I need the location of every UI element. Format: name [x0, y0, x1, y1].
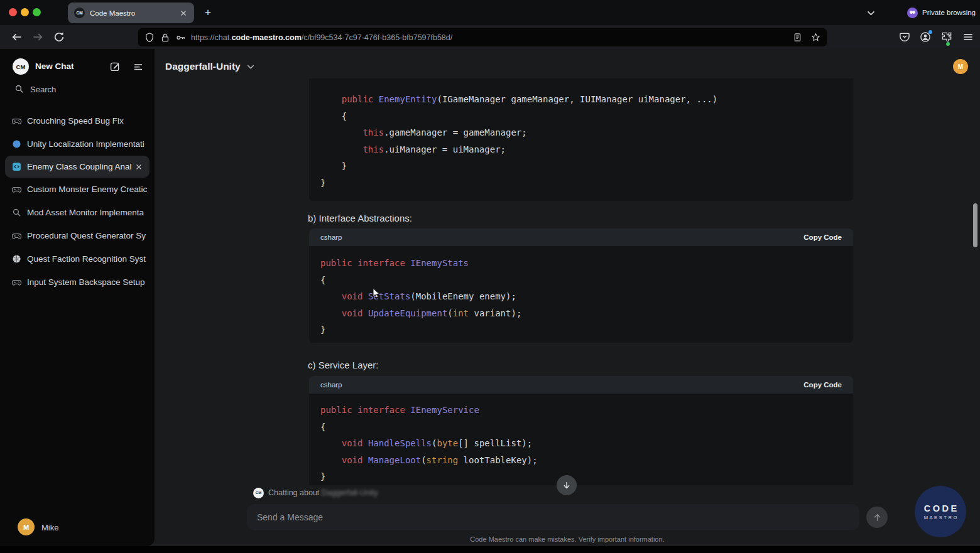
code-line: void HandleSpells(byte[] spellList);: [309, 435, 853, 452]
chat-list-item-selected[interactable]: Enemy Class Coupling Anal: [5, 156, 150, 178]
chevron-down-icon: [246, 62, 256, 72]
bookmark-star-icon[interactable]: [810, 32, 821, 43]
reader-mode-icon[interactable]: [792, 32, 803, 43]
copy-code-button[interactable]: Copy Code: [803, 234, 842, 241]
forward-icon[interactable]: [31, 31, 44, 43]
tab-list-chevron-icon[interactable]: [866, 8, 876, 18]
watermark-line2: MAESTRO: [922, 515, 959, 520]
unity-circle-icon: [11, 139, 22, 149]
message-input[interactable]: [247, 504, 859, 530]
chat-list-item[interactable]: Input System Backspace Setup: [0, 271, 155, 294]
search-label: Search: [30, 85, 56, 94]
window-zoom-button[interactable]: [33, 8, 41, 16]
compose-icon[interactable]: [109, 61, 121, 72]
code-line: {: [309, 108, 853, 125]
code-language-label: csharp: [320, 234, 803, 241]
code-line: {: [309, 272, 853, 289]
sidebar-header: CM New Chat: [0, 58, 155, 75]
window-close-button[interactable]: [9, 8, 17, 16]
private-browsing-icon: [907, 8, 918, 18]
extensions-puzzle-icon[interactable]: [940, 31, 953, 43]
code-line: this.gameManager = gameManager;: [309, 124, 853, 141]
code-block-ienemyservice: public interface IEnemyService{ void Han…: [309, 394, 853, 485]
url-text[interactable]: https://chat.code-maestro.com/c/bf99c534…: [191, 33, 785, 42]
bottom-black-bar: [0, 546, 980, 553]
scrollbar-thumb[interactable]: [973, 203, 977, 247]
chat-item-label: Unity Localization Implementati: [27, 139, 155, 149]
chat-item-label: Procedural Quest Generator Sy: [27, 231, 155, 240]
main-content: Daggerfall-Unity M public EnemyEntity(IG…: [155, 49, 980, 546]
account-notification-dot: [928, 30, 932, 34]
browser-tab-strip: CM Code Maestro + Private browsing: [0, 0, 980, 25]
search-icon: [14, 83, 24, 94]
section-heading-b: b) Interface Abstractions:: [308, 213, 412, 223]
tab-close-icon[interactable]: [179, 9, 188, 18]
chat-item-label: Custom Monster Enemy Creatic: [27, 185, 155, 194]
tab-title: Code Maestro: [90, 9, 179, 17]
gamepad-icon: [11, 230, 22, 241]
key-icon[interactable]: [175, 32, 187, 43]
scroll-to-bottom-button[interactable]: [557, 475, 577, 495]
window-minimize-button[interactable]: [21, 8, 29, 16]
chat-item-label: Input System Backspace Setup: [27, 277, 155, 287]
copy-code-button[interactable]: Copy Code: [803, 381, 842, 389]
user-profile[interactable]: M Mike: [0, 518, 155, 536]
workspace-title: Daggerfall-Unity: [165, 61, 241, 72]
user-avatar: M: [18, 518, 35, 535]
url-bar[interactable]: https://chat.code-maestro.com/c/bf99c534…: [138, 28, 827, 46]
chatting-about-text: Chatting about Daggerfall-Unity: [268, 488, 378, 497]
user-name: Mike: [41, 523, 58, 532]
code-block-constructor: public EnemyEntity(IGameManager gameMana…: [309, 78, 853, 201]
code-line: public EnemyEntity(IGameManager gameMana…: [309, 91, 853, 108]
new-tab-button[interactable]: +: [202, 7, 214, 18]
code-language-label: csharp: [320, 381, 803, 389]
sidebar: CM New Chat Search Crouching Speed Bug F…: [0, 49, 155, 546]
chat-item-label: Mod Asset Monitor Implementa: [27, 208, 155, 217]
watermark-line1: CODE: [922, 503, 959, 513]
code-square-icon: [11, 161, 22, 172]
code-block-header: csharp Copy Code: [309, 228, 853, 246]
disclaimer-text: Code Maestro can make mistakes. Verify i…: [155, 535, 980, 543]
browser-tab[interactable]: CM Code Maestro: [68, 3, 194, 23]
code-line: }: [309, 174, 853, 191]
chat-list-item[interactable]: Custom Monster Enemy Creatic: [0, 178, 155, 201]
gamepad-icon: [11, 115, 22, 126]
code-line: void UpdateEquipment(int variant);: [309, 305, 853, 322]
screen: CM Code Maestro + Private browsing https…: [0, 0, 980, 553]
chat-list-item[interactable]: Mod Asset Monitor Implementa: [0, 201, 155, 224]
url-path: /c/bf99c534-7c97-476f-b365-bfb7597fb58d/: [302, 33, 452, 42]
section-heading-c: c) Service Layer:: [308, 360, 379, 370]
header-avatar[interactable]: M: [953, 59, 968, 74]
mouse-cursor: [371, 287, 382, 299]
magnifier-icon: [11, 207, 22, 218]
globe-icon: [11, 254, 22, 264]
chat-list: Crouching Speed Bug Fix Unity Localizati…: [0, 109, 155, 294]
lock-icon[interactable]: [160, 32, 171, 43]
code-block-ienemystats: public interface IEnemyStats{ void SetSt…: [309, 246, 853, 343]
pocket-icon[interactable]: [898, 31, 911, 43]
chat-list-item[interactable]: Crouching Speed Bug Fix: [0, 109, 155, 132]
code-line: void SetStats(MobileEnemy enemy);: [309, 288, 853, 305]
code-line: }: [309, 158, 853, 174]
chat-item-label: Quest Faction Recognition Syst: [27, 254, 155, 264]
url-domain: code-maestro.com: [232, 33, 302, 42]
back-icon[interactable]: [11, 31, 23, 43]
shield-icon[interactable]: [144, 32, 155, 43]
reload-icon[interactable]: [53, 31, 65, 43]
workspace-selector[interactable]: Daggerfall-Unity: [165, 59, 256, 74]
sidebar-toggle-icon[interactable]: [133, 61, 144, 72]
code-line: public interface IEnemyService: [309, 402, 853, 419]
code-line: this.uiManager = uiManager;: [309, 141, 853, 158]
code-line: public interface IEnemyStats: [309, 255, 853, 272]
code-line: void ManageLoot(string lootTableKey);: [309, 452, 853, 469]
chat-list-item[interactable]: Procedural Quest Generator Sy: [0, 224, 155, 247]
sidebar-search[interactable]: Search: [0, 82, 155, 97]
chat-list-item[interactable]: Quest Faction Recognition Syst: [0, 247, 155, 271]
send-button[interactable]: [866, 507, 888, 528]
code-line: }: [309, 468, 853, 485]
new-chat-label: New Chat: [35, 62, 74, 71]
chat-item-label: Enemy Class Coupling Anal: [27, 162, 132, 171]
close-chat-icon[interactable]: [134, 163, 143, 171]
chat-list-item[interactable]: Unity Localization Implementati: [0, 132, 155, 156]
hamburger-menu-icon[interactable]: [962, 31, 974, 43]
